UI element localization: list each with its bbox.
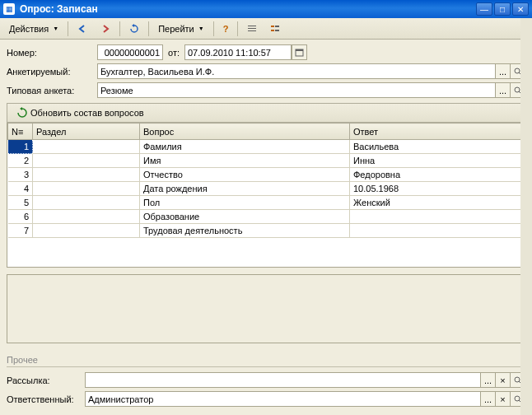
list-icon: [247, 24, 257, 34]
cell-otvet[interactable]: Инна: [350, 154, 525, 168]
side-strip: [520, 18, 532, 415]
template-label: Типовая анкета:: [7, 86, 97, 96]
number-label: Номер:: [7, 48, 97, 58]
cell-n[interactable]: 2: [8, 154, 33, 168]
actions-menu[interactable]: Действия▼: [3, 21, 64, 37]
responsible-clear-button[interactable]: ×: [495, 391, 511, 407]
svg-rect-0: [248, 26, 256, 26]
main-toolbar: Действия▼ Перейти▼ ?: [0, 18, 532, 40]
cell-n[interactable]: 6: [8, 210, 33, 224]
window-title: Опрос: Записан: [20, 3, 474, 15]
cell-vopros[interactable]: Трудовая деятельность: [140, 224, 350, 238]
responsible-label: Ответственный:: [7, 394, 85, 404]
interviewee-select-button[interactable]: ...: [495, 63, 511, 79]
maximize-button[interactable]: □: [494, 2, 511, 16]
responsible-select-button[interactable]: ...: [480, 391, 496, 407]
toolbar-separator: [237, 21, 238, 36]
cell-n[interactable]: 5: [8, 196, 33, 210]
col-header-n[interactable]: N≡: [8, 124, 33, 140]
table-row[interactable]: 5ПолЖенский: [8, 196, 525, 210]
template-input[interactable]: [97, 82, 496, 98]
svg-rect-8: [296, 49, 303, 51]
cell-razdel[interactable]: [33, 140, 140, 154]
mailing-clear-button[interactable]: ×: [495, 372, 511, 388]
cell-razdel[interactable]: [33, 210, 140, 224]
table-row[interactable]: 7Трудовая деятельность: [8, 224, 525, 238]
cell-otvet[interactable]: [350, 210, 525, 224]
table-row[interactable]: 2ИмяИнна: [8, 154, 525, 168]
content-area: Номер: от: Анкетируемый: ... Типовая анк…: [0, 40, 532, 415]
cell-otvet[interactable]: [350, 224, 525, 238]
toolbar-separator: [213, 21, 214, 36]
cell-n[interactable]: 7: [8, 224, 33, 238]
forward-button[interactable]: [95, 21, 116, 37]
table-row[interactable]: 4Дата рождения10.05.1968: [8, 182, 525, 196]
titlebar: ▦ Опрос: Записан — □ ✕: [0, 0, 532, 18]
cell-razdel[interactable]: [33, 154, 140, 168]
cell-razdel[interactable]: [33, 182, 140, 196]
mailing-select-button[interactable]: ...: [480, 372, 496, 388]
cell-otvet[interactable]: 10.05.1968: [350, 182, 525, 196]
col-header-razdel[interactable]: Раздел: [33, 124, 140, 140]
refresh-button[interactable]: [124, 21, 145, 37]
mailing-label: Рассылка:: [7, 375, 85, 385]
table-row[interactable]: 6Образование: [8, 210, 525, 224]
list-button[interactable]: [241, 21, 263, 37]
svg-rect-3: [271, 26, 274, 27]
refresh-questions-button[interactable]: Обновить состав вопросов: [11, 105, 150, 121]
cell-vopros[interactable]: Дата рождения: [140, 182, 350, 196]
interviewee-input[interactable]: [97, 63, 496, 79]
calendar-icon: [295, 48, 304, 57]
toolbar-separator: [68, 21, 68, 36]
section-underline: [7, 366, 525, 367]
cell-razdel[interactable]: [33, 224, 140, 238]
table-row[interactable]: 1ФамилияВасильева: [8, 140, 525, 154]
goto-menu[interactable]: Перейти▼: [152, 21, 210, 37]
refresh-icon: [16, 107, 28, 119]
cell-vopros[interactable]: Образование: [140, 210, 350, 224]
settings-button[interactable]: [264, 21, 286, 37]
table-row[interactable]: 3ОтчествоФедоровна: [8, 168, 525, 182]
col-header-vopros[interactable]: Вопрос: [140, 124, 350, 140]
cell-n[interactable]: 3: [8, 168, 33, 182]
cell-otvet[interactable]: Федоровна: [350, 168, 525, 182]
grid-header-row: N≡ Раздел Вопрос Ответ: [8, 124, 525, 140]
minimize-button[interactable]: —: [476, 2, 492, 16]
toolbar-separator: [148, 21, 149, 36]
template-select-button[interactable]: ...: [495, 82, 511, 98]
responsible-input[interactable]: [85, 391, 481, 407]
cell-razdel[interactable]: [33, 196, 140, 210]
table-toolbar: Обновить состав вопросов: [7, 103, 525, 123]
col-header-otvet[interactable]: Ответ: [350, 124, 525, 140]
svg-rect-4: [275, 26, 279, 27]
number-input[interactable]: [97, 44, 163, 60]
svg-rect-1: [248, 28, 256, 29]
help-button[interactable]: ?: [217, 21, 235, 37]
cell-vopros[interactable]: Имя: [140, 154, 350, 168]
svg-rect-2: [248, 30, 256, 31]
svg-rect-5: [271, 30, 274, 31]
cell-vopros[interactable]: Пол: [140, 196, 350, 210]
cell-n[interactable]: 1: [8, 140, 33, 154]
cell-vopros[interactable]: Фамилия: [140, 140, 350, 154]
settings-icon: [270, 24, 280, 34]
cell-otvet[interactable]: Васильева: [350, 140, 525, 154]
toolbar-separator: [119, 21, 120, 36]
memo-area[interactable]: [7, 274, 525, 343]
cell-razdel[interactable]: [33, 168, 140, 182]
cell-n[interactable]: 4: [8, 182, 33, 196]
from-label: от:: [163, 48, 184, 58]
calendar-button[interactable]: [292, 44, 307, 60]
forward-icon: [100, 24, 110, 34]
interviewee-label: Анкетируемый:: [7, 67, 97, 77]
close-button[interactable]: ✕: [512, 2, 529, 16]
cell-otvet[interactable]: Женский: [350, 196, 525, 210]
svg-rect-6: [275, 30, 279, 31]
date-input[interactable]: [184, 44, 292, 60]
questions-grid[interactable]: N≡ Раздел Вопрос Ответ 1ФамилияВасильева…: [7, 123, 525, 268]
cell-vopros[interactable]: Отчество: [140, 168, 350, 182]
mailing-input[interactable]: [85, 372, 481, 388]
other-section-label: Прочее: [7, 355, 525, 365]
back-icon: [77, 24, 87, 34]
back-button[interactable]: [72, 21, 93, 37]
